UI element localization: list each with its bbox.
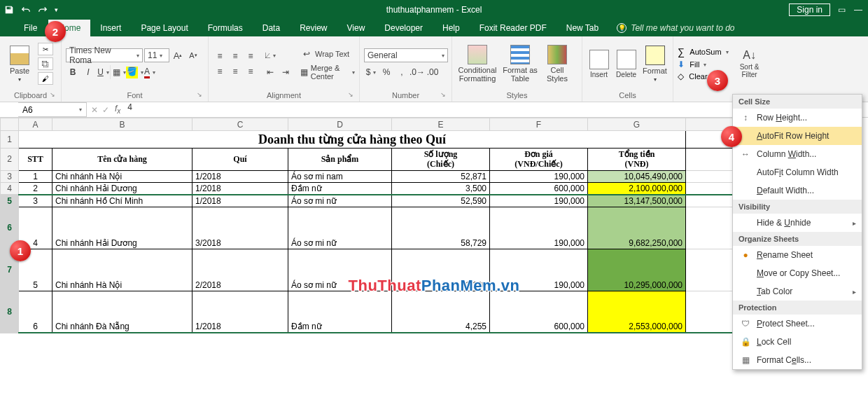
- row-header-3[interactable]: 3: [1, 170, 19, 182]
- cell-tt[interactable]: 9,682,250,000: [588, 207, 686, 249]
- tab-help[interactable]: Help: [433, 20, 470, 36]
- grow-font-icon[interactable]: A▴: [171, 48, 185, 62]
- underline-button[interactable]: U▾: [97, 65, 111, 79]
- tab-view[interactable]: View: [337, 20, 375, 36]
- cell-dg[interactable]: 600,000: [490, 182, 588, 195]
- row-header-5[interactable]: 5: [1, 195, 19, 207]
- cell-ten[interactable]: Chi nhánh Hải Dương: [52, 182, 192, 195]
- align-right-icon[interactable]: ≡: [244, 64, 258, 78]
- cut-icon[interactable]: ✂: [38, 43, 53, 55]
- align-top-icon[interactable]: ≡: [213, 49, 227, 63]
- save-icon[interactable]: [4, 5, 14, 15]
- paste-button[interactable]: Paste ▾: [4, 46, 35, 83]
- cell-stt[interactable]: 2: [19, 182, 52, 195]
- cell-sl[interactable]: 3,500: [392, 182, 490, 195]
- percent-icon[interactable]: %: [379, 65, 393, 79]
- cell-qui[interactable]: 1/2018: [192, 182, 288, 195]
- cell-qui[interactable]: 2/2018: [192, 249, 288, 291]
- italic-button[interactable]: I: [81, 65, 95, 79]
- format-painter-icon[interactable]: 🖌: [38, 72, 53, 85]
- cell-qui[interactable]: 3/2018: [192, 207, 288, 249]
- cell-qui[interactable]: 1/2018: [192, 195, 288, 207]
- format-as-table-button[interactable]: Format as Table: [501, 45, 539, 83]
- redo-icon[interactable]: [38, 5, 48, 15]
- menu-protect-sheet[interactable]: 🛡Protect Sheet...: [733, 315, 862, 333]
- cell-sp[interactable]: Áo sơ mi nữ: [288, 249, 392, 291]
- cell-styles-button[interactable]: Cell Styles: [542, 45, 573, 83]
- name-box[interactable]: A6▾: [18, 102, 87, 117]
- copy-icon[interactable]: ⿻: [38, 57, 53, 70]
- cell-sl[interactable]: 52,590: [392, 195, 490, 207]
- align-middle-icon[interactable]: ≡: [228, 49, 242, 63]
- row-header-8[interactable]: 8: [1, 291, 19, 333]
- menu-move-copy-sheet[interactable]: Move or Copy Sheet...: [733, 264, 862, 282]
- cell-stt[interactable]: 1: [19, 170, 52, 182]
- row-header-4[interactable]: 4: [1, 182, 19, 195]
- select-all-corner[interactable]: [1, 118, 19, 131]
- cell-stt[interactable]: 6: [19, 291, 52, 333]
- tell-me[interactable]: 💡 Tell me what you want to do: [608, 20, 868, 36]
- comma-icon[interactable]: ,: [395, 65, 409, 79]
- cell-tt[interactable]: 10,295,000,000: [588, 249, 686, 291]
- cell-tt[interactable]: 2,100,000,000: [588, 182, 686, 195]
- conditional-formatting-button[interactable]: Conditional Formatting: [456, 45, 498, 83]
- font-size-combo[interactable]: 11▾: [144, 48, 169, 62]
- menu-format-cells[interactable]: ▦Format Cells...: [733, 351, 862, 369]
- accounting-icon[interactable]: $▾: [364, 65, 378, 79]
- undo-icon[interactable]: [21, 5, 31, 15]
- cancel-formula-icon[interactable]: ✕: [91, 105, 98, 115]
- cell-tt[interactable]: 10,045,490,000: [588, 170, 686, 182]
- cell-sp[interactable]: Đầm nữ: [288, 182, 392, 195]
- cell-dg[interactable]: 190,000: [490, 207, 588, 249]
- cell-sp[interactable]: Áo sơ mi nữ: [288, 207, 392, 249]
- fx-icon[interactable]: fx: [115, 104, 120, 115]
- menu-hide-unhide[interactable]: Hide & Unhide▸: [733, 214, 862, 232]
- col-header-B[interactable]: B: [52, 118, 192, 131]
- wrap-text-button[interactable]: ↩Wrap Text: [300, 47, 355, 61]
- format-cells-button[interactable]: Format▾: [641, 46, 668, 83]
- col-header-D[interactable]: D: [288, 118, 392, 131]
- menu-rename-sheet[interactable]: ●Rename Sheet: [733, 246, 862, 264]
- increase-decimal-icon[interactable]: .0→: [410, 65, 424, 79]
- tab-developer[interactable]: Developer: [374, 20, 433, 36]
- menu-row-height[interactable]: ↕Row Height...: [733, 109, 862, 127]
- delete-cells-button[interactable]: Delete: [614, 50, 638, 78]
- cell-sl[interactable]: 41,180: [392, 249, 490, 291]
- cell-tt[interactable]: 2,553,000,000: [588, 291, 686, 333]
- row-header-1[interactable]: 1: [1, 131, 19, 149]
- ribbon-options-icon[interactable]: ▭: [836, 5, 847, 15]
- cell-ten[interactable]: Chi nhánh Hà Nội: [52, 170, 192, 182]
- orientation-icon[interactable]: ⟀▾: [263, 48, 277, 62]
- align-left-icon[interactable]: ≡: [213, 64, 227, 78]
- tab-foxit-reader-pdf[interactable]: Foxit Reader PDF: [470, 20, 556, 36]
- row-header-2[interactable]: 2: [1, 149, 19, 171]
- cell-dg[interactable]: 190,000: [490, 195, 588, 207]
- decrease-indent-icon[interactable]: ⇤: [263, 65, 277, 79]
- align-center-icon[interactable]: ≡: [228, 64, 242, 78]
- col-header-G[interactable]: G: [588, 118, 686, 131]
- bold-button[interactable]: B: [66, 65, 80, 79]
- border-button[interactable]: ▦▾: [112, 65, 126, 79]
- tab-new-tab[interactable]: New Tab: [556, 20, 608, 36]
- cell-dg[interactable]: 600,000: [490, 291, 588, 333]
- cell-qui[interactable]: 1/2018: [192, 291, 288, 333]
- cell-qui[interactable]: 1/2018: [192, 170, 288, 182]
- menu-column-width[interactable]: ↔Column Width...: [733, 145, 862, 163]
- col-header-F[interactable]: F: [490, 118, 588, 131]
- tab-data[interactable]: Data: [253, 20, 290, 36]
- cell-dg[interactable]: 190,000: [490, 249, 588, 291]
- shrink-font-icon[interactable]: A▾: [186, 48, 200, 62]
- cell-ten[interactable]: Chi nhánh Hải Dương: [52, 207, 192, 249]
- cell-ten[interactable]: Chi nhánh Hồ Chí Minh: [52, 195, 192, 207]
- decrease-decimal-icon[interactable]: .00: [426, 65, 440, 79]
- font-name-combo[interactable]: Times New Roma▾: [66, 48, 143, 62]
- cell-tt[interactable]: 13,147,500,000: [588, 195, 686, 207]
- cell-sl[interactable]: 4,255: [392, 291, 490, 333]
- menu-autofit-row-height[interactable]: AutoFit Row Height: [733, 127, 862, 145]
- cell-stt[interactable]: 3: [19, 195, 52, 207]
- insert-cells-button[interactable]: Insert: [587, 50, 611, 78]
- col-header-E[interactable]: E: [392, 118, 490, 131]
- font-color-button[interactable]: A▾: [143, 65, 157, 79]
- tab-file[interactable]: File: [13, 20, 48, 36]
- cell-ten[interactable]: Chi nhánh Đà Nẵng: [52, 291, 192, 333]
